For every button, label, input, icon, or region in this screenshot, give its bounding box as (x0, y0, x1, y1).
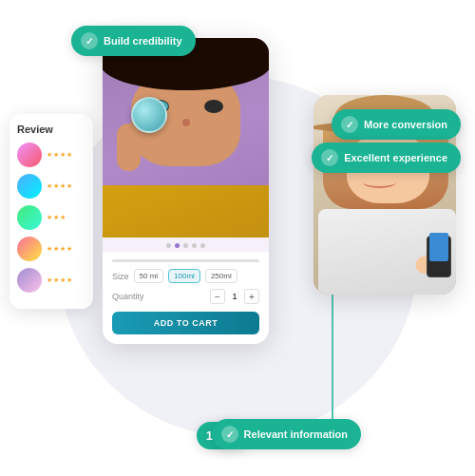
star-icon: ★ (53, 182, 59, 190)
product-card: Size 50 ml 100ml 250ml Quantity − 1 + AD… (103, 38, 269, 344)
star-icon: ★ (53, 214, 59, 221)
avatar (17, 143, 42, 167)
product-image (103, 38, 269, 238)
star-icon: ★ (66, 151, 72, 159)
dot[interactable] (183, 243, 188, 248)
quantity-control: − 1 + (210, 289, 259, 304)
add-to-cart-button[interactable]: ADD TO CART (112, 312, 259, 334)
quantity-label: Quantity (112, 292, 205, 301)
size-option-50[interactable]: 50 ml (134, 269, 164, 283)
star-icon: ★ (60, 214, 66, 221)
review-panel-title: Review (17, 124, 86, 135)
star-icon: ★ (47, 182, 52, 190)
star-rating: ★ ★ ★ ★ (47, 151, 72, 159)
star-icon: ★ (60, 182, 66, 190)
review-row: ★ ★ ★ ★ (17, 143, 86, 167)
relevant-information-badge: ✓ Relevant information (212, 419, 361, 449)
review-row: ★ ★ ★ ★ (17, 237, 86, 261)
star-icon: ★ (66, 245, 72, 253)
star-rating: ★ ★ ★ ★ (47, 245, 72, 253)
star-icon: ★ (47, 245, 52, 253)
star-rating: ★ ★ ★ (47, 214, 66, 221)
size-option-250[interactable]: 250ml (205, 269, 238, 283)
star-rating: ★ ★ ★ ★ (47, 276, 72, 284)
star-icon: ★ (47, 214, 52, 221)
dot[interactable] (200, 243, 205, 248)
check-icon: ✓ (321, 149, 338, 166)
dot[interactable] (166, 243, 171, 248)
quantity-decrease-button[interactable]: − (210, 289, 225, 304)
star-icon: ★ (60, 151, 66, 159)
dot-active[interactable] (175, 243, 180, 248)
scene: Review ★ ★ ★ ★ ★ ★ ★ ★ ★ ★ ★ (0, 0, 475, 476)
review-row: ★ ★ ★ (17, 205, 86, 230)
size-row: Size 50 ml 100ml 250ml (112, 269, 259, 283)
badge-label: Relevant information (244, 428, 348, 440)
dot[interactable] (192, 243, 197, 248)
badge-label: Excellent experience (344, 152, 447, 163)
avatar (17, 205, 42, 230)
star-icon: ★ (60, 245, 66, 253)
size-label: Size (112, 272, 129, 281)
excellent-experience-badge: ✓ Excellent experience (312, 143, 461, 173)
check-icon: ✓ (221, 426, 238, 443)
more-conversion-badge: ✓ More conversion (332, 109, 461, 140)
product-details: Size 50 ml 100ml 250ml Quantity − 1 + AD… (103, 252, 269, 344)
star-icon: ★ (66, 182, 72, 190)
quantity-value: 1 (229, 292, 240, 301)
badge-label: More conversion (364, 119, 447, 130)
quantity-increase-button[interactable]: + (244, 289, 259, 304)
review-row: ★ ★ ★ ★ (17, 174, 86, 199)
avatar (17, 174, 42, 199)
build-credibility-badge: ✓ Build credibility (71, 26, 196, 56)
check-icon: ✓ (341, 116, 358, 133)
star-icon: ★ (53, 276, 59, 284)
star-icon: ★ (47, 151, 52, 159)
star-icon: ★ (47, 276, 52, 284)
product-dots (103, 238, 269, 252)
check-icon: ✓ (81, 32, 98, 49)
quantity-row: Quantity − 1 + (112, 289, 259, 304)
star-icon: ★ (66, 276, 72, 284)
size-option-100[interactable]: 100ml (168, 269, 200, 283)
star-icon: ★ (53, 151, 59, 159)
star-icon: ★ (53, 245, 59, 253)
avatar (17, 237, 42, 261)
badge-label: Build credibility (104, 35, 182, 47)
review-panel: Review ★ ★ ★ ★ ★ ★ ★ ★ ★ ★ ★ (10, 114, 93, 309)
review-row: ★ ★ ★ ★ (17, 268, 86, 293)
star-icon: ★ (60, 276, 66, 284)
avatar (17, 268, 42, 293)
star-rating: ★ ★ ★ ★ (47, 182, 72, 190)
